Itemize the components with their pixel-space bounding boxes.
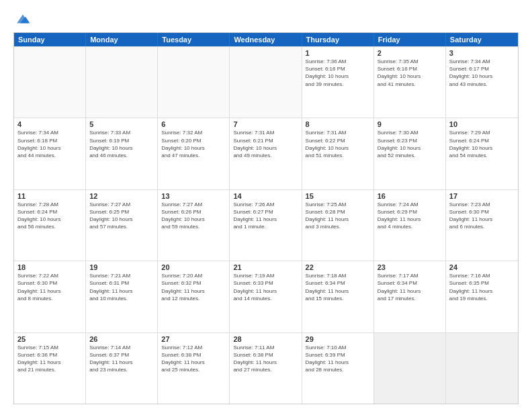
day-info: Sunrise: 7:11 AM Sunset: 6:38 PM Dayligh… [233,344,298,374]
day-info: Sunrise: 7:36 AM Sunset: 6:16 PM Dayligh… [306,58,370,88]
calendar-cell: 9Sunrise: 7:30 AM Sunset: 6:23 PM Daylig… [374,118,446,189]
header-day-friday: Friday [374,33,446,46]
day-info: Sunrise: 7:26 AM Sunset: 6:27 PM Dayligh… [233,201,298,231]
calendar-cell: 12Sunrise: 7:27 AM Sunset: 6:25 PM Dayli… [86,190,158,261]
day-number: 20 [161,263,226,271]
calendar-cell: 26Sunrise: 7:14 AM Sunset: 6:37 PM Dayli… [86,333,158,404]
calendar-cell [86,47,158,118]
calendar-cell: 23Sunrise: 7:17 AM Sunset: 6:34 PM Dayli… [374,261,446,332]
calendar-row-5: 25Sunrise: 7:15 AM Sunset: 6:36 PM Dayli… [14,332,518,404]
calendar-cell: 22Sunrise: 7:18 AM Sunset: 6:34 PM Dayli… [302,261,374,332]
calendar-cell: 1Sunrise: 7:36 AM Sunset: 6:16 PM Daylig… [302,47,374,118]
day-info: Sunrise: 7:15 AM Sunset: 6:36 PM Dayligh… [17,344,82,374]
day-info: Sunrise: 7:28 AM Sunset: 6:24 PM Dayligh… [17,201,82,231]
day-number: 2 [378,49,442,57]
calendar-cell [230,47,302,118]
header-day-saturday: Saturday [446,33,518,46]
day-info: Sunrise: 7:14 AM Sunset: 6:37 PM Dayligh… [89,344,154,374]
day-number: 17 [449,192,515,200]
calendar-cell [158,47,230,118]
day-info: Sunrise: 7:19 AM Sunset: 6:33 PM Dayligh… [233,272,298,302]
day-number: 19 [89,263,154,271]
calendar-cell: 8Sunrise: 7:31 AM Sunset: 6:22 PM Daylig… [302,118,374,189]
calendar-cell: 16Sunrise: 7:24 AM Sunset: 6:29 PM Dayli… [374,190,446,261]
calendar-row-1: 1Sunrise: 7:36 AM Sunset: 6:16 PM Daylig… [14,46,518,118]
day-number: 28 [233,335,298,343]
day-number: 26 [89,335,154,343]
day-number: 25 [17,335,82,343]
day-info: Sunrise: 7:34 AM Sunset: 6:18 PM Dayligh… [17,129,82,159]
calendar-cell: 10Sunrise: 7:29 AM Sunset: 6:24 PM Dayli… [446,118,518,189]
calendar-cell: 17Sunrise: 7:23 AM Sunset: 6:30 PM Dayli… [446,190,518,261]
calendar-cell: 20Sunrise: 7:20 AM Sunset: 6:32 PM Dayli… [158,261,230,332]
day-number: 14 [233,192,298,200]
page: SundayMondayTuesdayWednesdayThursdayFrid… [0,0,532,411]
day-number: 1 [306,49,370,57]
day-info: Sunrise: 7:25 AM Sunset: 6:28 PM Dayligh… [306,201,370,231]
day-info: Sunrise: 7:32 AM Sunset: 6:20 PM Dayligh… [161,129,226,159]
calendar-cell: 18Sunrise: 7:22 AM Sunset: 6:30 PM Dayli… [14,261,86,332]
day-info: Sunrise: 7:21 AM Sunset: 6:31 PM Dayligh… [89,272,154,302]
header-day-thursday: Thursday [302,33,374,46]
header-day-sunday: Sunday [14,33,86,46]
day-number: 9 [378,120,442,128]
day-info: Sunrise: 7:23 AM Sunset: 6:30 PM Dayligh… [449,201,515,231]
calendar-cell: 29Sunrise: 7:10 AM Sunset: 6:39 PM Dayli… [302,333,374,404]
day-info: Sunrise: 7:16 AM Sunset: 6:35 PM Dayligh… [449,272,515,302]
calendar-row-3: 11Sunrise: 7:28 AM Sunset: 6:24 PM Dayli… [14,189,518,261]
calendar-header: SundayMondayTuesdayWednesdayThursdayFrid… [14,33,518,46]
header-day-tuesday: Tuesday [158,33,230,46]
day-info: Sunrise: 7:29 AM Sunset: 6:24 PM Dayligh… [449,129,515,159]
day-number: 3 [449,49,515,57]
day-number: 24 [449,263,515,271]
day-info: Sunrise: 7:24 AM Sunset: 6:29 PM Dayligh… [378,201,442,231]
logo [13,11,31,27]
calendar-cell: 19Sunrise: 7:21 AM Sunset: 6:31 PM Dayli… [86,261,158,332]
calendar-cell: 6Sunrise: 7:32 AM Sunset: 6:20 PM Daylig… [158,118,230,189]
calendar-cell: 4Sunrise: 7:34 AM Sunset: 6:18 PM Daylig… [14,118,86,189]
calendar-cell [14,47,86,118]
calendar-cell: 14Sunrise: 7:26 AM Sunset: 6:27 PM Dayli… [230,190,302,261]
day-info: Sunrise: 7:27 AM Sunset: 6:26 PM Dayligh… [161,201,226,231]
calendar-cell: 2Sunrise: 7:35 AM Sunset: 6:16 PM Daylig… [374,47,446,118]
day-number: 22 [306,263,370,271]
calendar-cell: 7Sunrise: 7:31 AM Sunset: 6:21 PM Daylig… [230,118,302,189]
day-number: 29 [306,335,370,343]
calendar-cell: 27Sunrise: 7:12 AM Sunset: 6:38 PM Dayli… [158,333,230,404]
day-number: 18 [17,263,82,271]
calendar-cell: 15Sunrise: 7:25 AM Sunset: 6:28 PM Dayli… [302,190,374,261]
calendar-cell: 11Sunrise: 7:28 AM Sunset: 6:24 PM Dayli… [14,190,86,261]
header-day-wednesday: Wednesday [230,33,302,46]
calendar-body: 1Sunrise: 7:36 AM Sunset: 6:16 PM Daylig… [14,46,518,404]
calendar-cell: 28Sunrise: 7:11 AM Sunset: 6:38 PM Dayli… [230,333,302,404]
day-info: Sunrise: 7:22 AM Sunset: 6:30 PM Dayligh… [17,272,82,302]
day-info: Sunrise: 7:20 AM Sunset: 6:32 PM Dayligh… [161,272,226,302]
day-info: Sunrise: 7:33 AM Sunset: 6:19 PM Dayligh… [89,129,154,159]
day-number: 4 [17,120,82,128]
calendar: SundayMondayTuesdayWednesdayThursdayFrid… [13,32,519,404]
calendar-cell: 25Sunrise: 7:15 AM Sunset: 6:36 PM Dayli… [14,333,86,404]
calendar-cell: 5Sunrise: 7:33 AM Sunset: 6:19 PM Daylig… [86,118,158,189]
day-number: 5 [89,120,154,128]
day-info: Sunrise: 7:10 AM Sunset: 6:39 PM Dayligh… [306,344,370,374]
day-info: Sunrise: 7:30 AM Sunset: 6:23 PM Dayligh… [378,129,442,159]
day-number: 27 [161,335,226,343]
day-number: 13 [161,192,226,200]
day-number: 15 [306,192,370,200]
day-info: Sunrise: 7:31 AM Sunset: 6:21 PM Dayligh… [233,129,298,159]
day-info: Sunrise: 7:31 AM Sunset: 6:22 PM Dayligh… [306,129,370,159]
logo-icon [15,11,31,27]
calendar-row-2: 4Sunrise: 7:34 AM Sunset: 6:18 PM Daylig… [14,118,518,189]
calendar-cell [374,333,446,404]
day-number: 11 [17,192,82,200]
day-info: Sunrise: 7:18 AM Sunset: 6:34 PM Dayligh… [306,272,370,302]
day-info: Sunrise: 7:17 AM Sunset: 6:34 PM Dayligh… [378,272,442,302]
day-number: 7 [233,120,298,128]
day-number: 21 [233,263,298,271]
day-info: Sunrise: 7:34 AM Sunset: 6:17 PM Dayligh… [449,58,515,88]
day-number: 8 [306,120,370,128]
day-info: Sunrise: 7:35 AM Sunset: 6:16 PM Dayligh… [378,58,442,88]
calendar-cell: 3Sunrise: 7:34 AM Sunset: 6:17 PM Daylig… [446,47,518,118]
calendar-cell: 13Sunrise: 7:27 AM Sunset: 6:26 PM Dayli… [158,190,230,261]
calendar-row-4: 18Sunrise: 7:22 AM Sunset: 6:30 PM Dayli… [14,261,518,332]
